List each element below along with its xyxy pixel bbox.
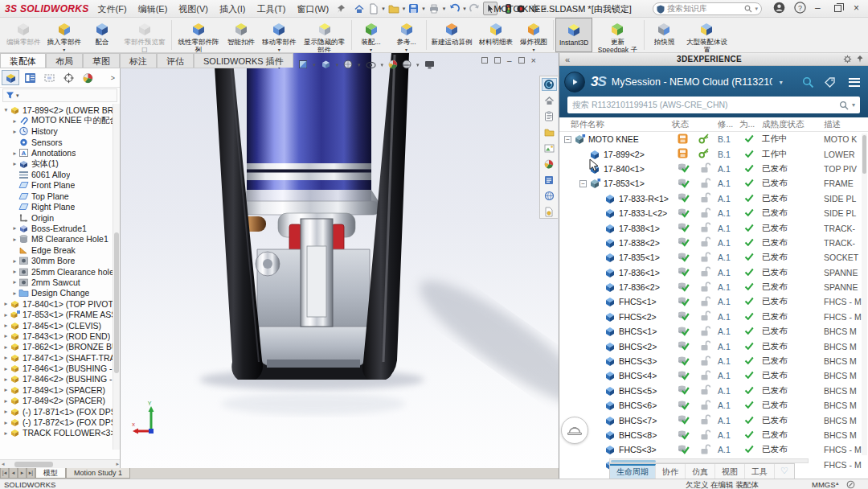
tree-expand-icon[interactable]: ▸: [11, 268, 18, 275]
menu-item[interactable]: 工具(T): [251, 4, 291, 14]
red-clamp-left[interactable]: [289, 224, 301, 251]
tree-item[interactable]: Front Plane: [0, 180, 120, 191]
apply-scene-icon[interactable]: [402, 58, 411, 72]
tree-expand-icon[interactable]: ▸: [2, 343, 10, 351]
command-tab-2[interactable]: 布局: [46, 53, 83, 68]
tree-item[interactable]: ▾17-899<2> (LOWER BRACK: [0, 105, 120, 115]
display-manager-tab[interactable]: [79, 70, 96, 85]
featuremanager-tree-tab[interactable]: [2, 70, 19, 85]
hud-dropdown-icon[interactable]: ▾: [416, 62, 420, 68]
tree-item[interactable]: ▸30mm Bore: [0, 255, 120, 265]
command-tab-4[interactable]: 标注: [120, 53, 157, 68]
part-row[interactable]: BHCS<4>A.1已发布BHCS M: [559, 368, 868, 383]
command-tab-5[interactable]: 评估: [157, 53, 194, 68]
hud-dropdown-icon[interactable]: ▾: [313, 62, 316, 68]
panel-settings-gear-icon[interactable]: [843, 55, 852, 64]
new-dropdown-icon[interactable]: ▾: [382, 6, 385, 12]
view-settings-icon[interactable]: [424, 58, 435, 72]
part-row[interactable]: 17-836<2>A.1已发布SPANNE: [559, 280, 868, 294]
view-palette-icon[interactable]: [542, 142, 557, 154]
tree-item[interactable]: ▸实体(1): [0, 158, 120, 169]
menu-item[interactable]: 视图(V): [173, 4, 214, 14]
tree-horizontal-scrollbar[interactable]: ◂▸: [0, 459, 121, 468]
hud-dropdown-icon[interactable]: ▾: [358, 62, 361, 68]
part-row[interactable]: BHCS<3>A.1已发布BHCS M: [559, 354, 868, 368]
3dexperience-pane-icon[interactable]: [542, 78, 557, 91]
tree-expand-icon[interactable]: ▾: [2, 106, 10, 113]
tree-expand-icon[interactable]: ▸: [2, 311, 10, 318]
help-button[interactable]: ?: [794, 2, 806, 14]
tree-item[interactable]: ▸M8 Clearance Hole1: [0, 234, 120, 244]
display-style-icon[interactable]: [343, 58, 353, 72]
tree-expand-icon[interactable]: ▸: [2, 386, 10, 393]
panel-tab-3[interactable]: 仿真: [686, 464, 715, 479]
tree-expand-icon[interactable]: ▸: [11, 128, 18, 135]
ribbon-smart-fasteners[interactable]: 智能扣件: [223, 18, 259, 52]
tree-expand-icon[interactable]: ▸: [11, 290, 18, 297]
session-chevron-icon[interactable]: ▾: [780, 79, 783, 86]
search-field-magnifier-icon[interactable]: [839, 101, 849, 110]
ribbon-take-snapshot[interactable]: 拍快照: [646, 18, 682, 52]
part-row[interactable]: FHCS<2>A.1已发布FHCS - M: [559, 310, 868, 324]
column-header-2[interactable]: 状态: [672, 119, 718, 130]
units-dropdown-icon[interactable]: ▴: [836, 480, 839, 487]
tree-expand-icon[interactable]: ▸: [2, 397, 10, 405]
part-row[interactable]: 17-836<1>A.1已发布SPANNE: [559, 265, 868, 280]
dropdown-arrow-icon[interactable]: ▾: [63, 47, 65, 52]
session-label[interactable]: MySession - NEMO Cloud (R1132101...: [612, 76, 772, 88]
tree-item[interactable]: ▸17-846<1> (BUSHING - CLE: [0, 363, 120, 373]
tree-item[interactable]: ▸17-840<1> (TOP PIVOT MO: [0, 298, 120, 309]
dropdown-arrow-icon[interactable]: ▾: [278, 47, 280, 52]
tree-item[interactable]: Origin: [0, 212, 120, 223]
tree-item[interactable]: ▸TRACK FOLLOWER<3> (YOI: [0, 428, 120, 438]
ribbon-instant3d[interactable]: Instant3D: [555, 18, 592, 52]
tree-item[interactable]: ▸17-849<1> (SPACER): [0, 384, 120, 395]
tree-item[interactable]: ▸TRACK FOLLOWER<2> (YOI: [0, 438, 120, 439]
view-orientation-icon[interactable]: [321, 58, 331, 72]
ribbon-update-speedpak[interactable]: 更新 Speedpak 子装配体: [592, 18, 642, 52]
ribbon-new-motion-study[interactable]: 新建运动算例: [428, 18, 476, 52]
tree-item[interactable]: ▸17-847<1> (SHAFT-TRACK): [0, 352, 120, 363]
design-library-icon[interactable]: [542, 110, 557, 123]
tree-expand-icon[interactable]: ▸: [2, 429, 10, 437]
part-row[interactable]: −17-853<1>A.1已发布FRAME: [559, 176, 868, 191]
filter-dropdown-icon[interactable]: ▾: [16, 92, 19, 99]
knowledge-base-search[interactable]: 搜索知识库 ▾: [653, 2, 762, 15]
tree-filter-row[interactable]: ▾: [2, 88, 117, 102]
doc-minimize-icon[interactable]: [481, 57, 488, 64]
account-avatar[interactable]: [773, 2, 785, 14]
part-row[interactable]: FHCS<1>A.1已发布FHCS - M: [559, 294, 868, 309]
tree-expand-icon[interactable]: ▸: [2, 354, 10, 361]
ribbon-reference-geometry[interactable]: 参考...▾: [389, 18, 424, 52]
red-clamp-right[interactable]: [332, 224, 344, 251]
panel-tab-2[interactable]: 协作: [656, 464, 686, 479]
kb-search-dropdown-icon[interactable]: ▾: [755, 6, 758, 12]
home-button[interactable]: [352, 2, 366, 15]
part-row[interactable]: −MOTO KNEEB.1工作中MOTO K: [559, 132, 868, 146]
tab-scroll-left-icon[interactable]: ◂: [9, 468, 18, 479]
search-field-chevron-icon[interactable]: ▾: [852, 101, 855, 109]
table-vertical-scrollbar[interactable]: [862, 134, 867, 455]
tree-item[interactable]: ▸(-) 17-871<1> (FOX DPS SH: [0, 406, 120, 417]
ribbon-large-assembly-settings[interactable]: 大型装配体设置: [682, 18, 731, 52]
part-row[interactable]: 17-835<1>A.1已发布SOCKET: [559, 250, 868, 265]
hud-dropdown-icon[interactable]: ▾: [336, 62, 339, 68]
dropdown-arrow-icon[interactable]: ▾: [532, 47, 534, 52]
tree-item[interactable]: ▸17-843<1> (ROD END): [0, 331, 120, 341]
print-dropdown-icon[interactable]: ▾: [443, 6, 446, 12]
command-tab-6[interactable]: SOLIDWORKS 插件: [194, 53, 293, 68]
pin-icon[interactable]: [334, 3, 347, 14]
menu-item[interactable]: 文件(F): [92, 4, 133, 14]
dropdown-arrow-icon[interactable]: ▾: [405, 47, 407, 52]
tree-item[interactable]: ▸Boss-Extrude1: [0, 223, 120, 233]
close-button[interactable]: ×: [854, 2, 859, 14]
tree-item[interactable]: ▸History: [0, 126, 120, 137]
doc-tab-2[interactable]: Motion Study 1: [66, 468, 130, 479]
ribbon-mate[interactable]: 配合: [84, 18, 120, 52]
tree-expand-icon[interactable]: ▸: [2, 365, 10, 372]
panel-search-field[interactable]: 搜索 R1132101199415 (AWS-CRE_CHN) ▾: [567, 97, 860, 113]
tree-expand-icon[interactable]: ▸: [11, 160, 18, 167]
tree-item[interactable]: ▸Design Change: [0, 288, 120, 298]
tab-scroll-right-icon[interactable]: ▸: [18, 468, 27, 479]
tree-item[interactable]: ▸MOTO KNEE 中的配合: [0, 115, 120, 125]
